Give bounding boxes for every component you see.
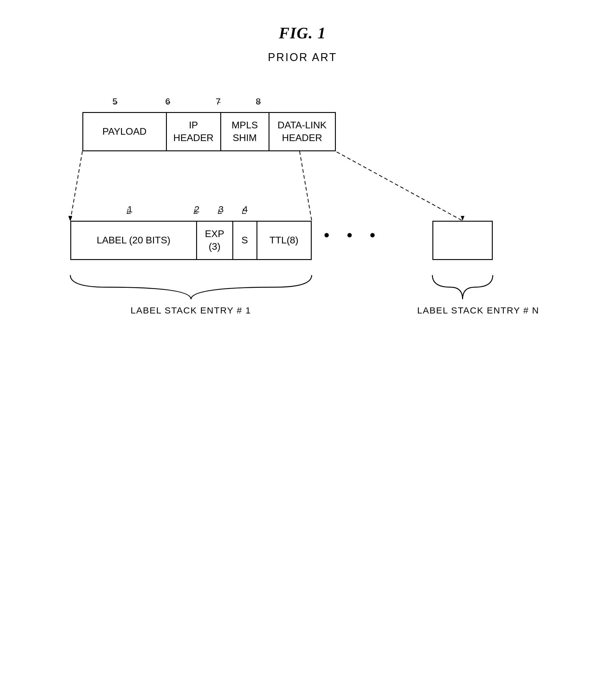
label-bits-cell: LABEL (20 BITS) — [70, 221, 197, 260]
label-stack-entry-1: LABEL STACK ENTRY # 1 — [70, 305, 312, 316]
exp-cell: EXP(3) — [197, 221, 233, 260]
figure-title: FIG. 1 — [30, 24, 575, 42]
mpls-shim-cell: MPLSSHIM — [221, 112, 269, 151]
page: FIG. 1 PRIOR ART — [0, 0, 605, 700]
diagram-container: 5 ⌐ 6 ⌐ 7 ⌐ 8 ⌐ PAYLOAD IPHEADER MPLSSHI… — [46, 88, 559, 420]
ip-header-cell: IPHEADER — [167, 112, 221, 151]
ref-8-tick: ⌐ — [258, 99, 261, 106]
svg-marker-4 — [461, 216, 465, 221]
dots: • • • — [322, 227, 379, 245]
top-row: PAYLOAD IPHEADER MPLSSHIM DATA-LINKHEADE… — [82, 112, 336, 151]
payload-cell: PAYLOAD — [82, 112, 167, 151]
bottom-row: LABEL (20 BITS) EXP(3) S TTL(8) — [70, 221, 312, 260]
data-link-cell: DATA-LINKHEADER — [269, 112, 336, 151]
ref-5-tick: ⌐ — [114, 99, 118, 106]
nth-box — [432, 221, 493, 260]
prior-art-label: PRIOR ART — [30, 51, 575, 64]
ttl-cell: TTL(8) — [257, 221, 312, 260]
ref-7-tick: ⌐ — [217, 99, 221, 106]
ref-6-tick: ⌐ — [167, 99, 171, 106]
s-cell: S — [233, 221, 257, 260]
label-stack-entry-n: LABEL STACK ENTRY # N — [417, 305, 508, 316]
